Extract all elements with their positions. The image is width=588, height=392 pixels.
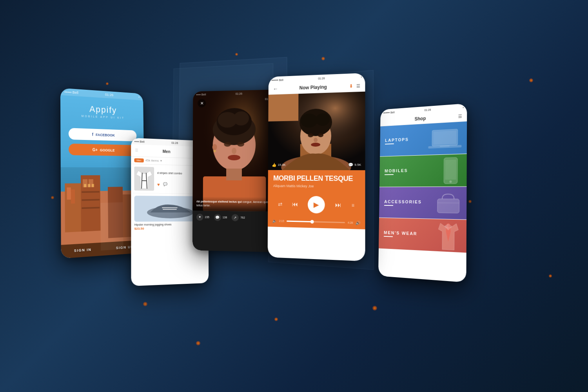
phone1-carrier: Bell [73, 91, 78, 95]
particle [529, 78, 533, 82]
google-icon: G+ [93, 148, 98, 152]
svg-line-63 [437, 203, 459, 203]
shuffle-button[interactable]: ⇄ [278, 201, 283, 207]
comment-icon-2[interactable]: 💬 [214, 214, 221, 221]
phone4-signal: ●●●●● Bell [272, 78, 283, 82]
google-button[interactable]: G+ GOOGLE [69, 143, 137, 156]
artist-name: Aliquam Mattis Mickey Joe [273, 184, 359, 189]
phone-social: ●●●● Bell 01:26 ▪ [192, 90, 277, 252]
phone2-title: Men [163, 149, 171, 154]
filter-tag[interactable]: Men [134, 158, 143, 163]
music-title-section: MORBI PELLEN TESQUE Aliquam Mattis Micke… [268, 170, 365, 194]
portrait-svg [192, 90, 277, 211]
phone1-time: 01:26 [105, 93, 113, 97]
phone4-battery: ▪ [361, 75, 362, 78]
google-label: GOOGLE [100, 148, 115, 152]
heart-icon-3[interactable]: ♥ [196, 214, 203, 221]
chevron-icon: ▾ [160, 159, 162, 163]
particle [196, 341, 200, 345]
next-button[interactable]: ⏭ [335, 201, 341, 209]
category-accessories[interactable]: ACCESSORIES [379, 187, 466, 220]
now-playing-title: Now Playing [299, 84, 327, 91]
shop-menu-icon[interactable]: ☰ [458, 114, 462, 119]
shirt-image [134, 167, 154, 191]
phone3-time: 01:26 [236, 92, 242, 95]
equalizer-button[interactable]: ≡ [352, 203, 354, 208]
phone-shop: ●●●●● Bell 01:26 ▪ Shop ☰ LAPTOPS [378, 103, 467, 283]
progress-bar[interactable] [287, 221, 345, 223]
description-text: rbi pellentesque eleifend lectus qui con… [196, 200, 273, 208]
album-likes: 👍 15.3K [272, 163, 285, 167]
album-art: 👍 15.3K 💬 9.5K [268, 92, 365, 171]
phone2-carrier: Bell [140, 140, 145, 143]
mobiles-underline [385, 174, 394, 175]
svg-rect-41 [226, 169, 242, 180]
comments-count: 9.5K [354, 163, 361, 167]
category-mobiles[interactable]: MOBILES [379, 154, 467, 187]
video-description: rbi pellentesque eleifend lectus qui con… [192, 196, 277, 211]
menswear-illustration [432, 221, 465, 252]
comment-count: 138 [223, 216, 227, 219]
accessories-label: ACCESSORIES [379, 199, 427, 204]
share-count: 762 [240, 216, 245, 219]
artist-label: Aliquam Mattis [273, 184, 296, 188]
prev-button[interactable]: ⏮ [292, 201, 298, 208]
laptops-underline [385, 143, 394, 144]
svg-rect-56 [433, 131, 456, 145]
particle [106, 82, 109, 85]
particle [143, 302, 147, 306]
particle [274, 318, 278, 321]
volume-low-icon: 🔈 [272, 219, 277, 223]
particle [468, 200, 472, 203]
shirt-svg [134, 167, 154, 191]
share-icon[interactable]: ↗ [232, 214, 239, 221]
phone2-time: 01:26 [171, 141, 178, 144]
back-icon[interactable]: ← [273, 86, 278, 92]
time-current: 2:15 [279, 220, 284, 222]
phone-music: ●●●●● Bell 01:26 ▪ ← Now Playing ⬇ ☰ [268, 73, 365, 261]
mobiles-text: MOBILES [379, 168, 413, 175]
chat-icon[interactable]: 💬 [163, 182, 167, 187]
phone3-signal: ●●●● Bell [196, 93, 206, 96]
heart-icon[interactable]: ♥ [157, 182, 160, 187]
phone1-signal: ●●●●● Bell [64, 90, 78, 94]
phone4-time: 01:26 [318, 77, 325, 80]
particle [235, 53, 238, 56]
person-image [93, 212, 116, 245]
download-icon[interactable]: ⬇ [349, 83, 353, 89]
svg-rect-3 [67, 188, 71, 200]
svg-point-36 [232, 148, 236, 154]
time-total: 4:28 [348, 221, 353, 224]
phone5-battery: ▪ [463, 106, 464, 109]
comment-bubble-icon: 💬 [348, 163, 353, 167]
category-laptops[interactable]: LAPTOPS [380, 122, 467, 156]
phone5-carrier: Bell [390, 111, 395, 114]
menu-icon[interactable]: ☰ [356, 83, 360, 88]
accessories-text: ACCESSORIES [379, 199, 427, 206]
phone2-signal: ●●●● Bell [134, 140, 144, 143]
particle [51, 196, 54, 199]
hamburger-icon[interactable]: ☰ [135, 148, 138, 152]
accessories-illustration [434, 191, 463, 215]
song-title: MORBI PELLEN TESQUE [273, 175, 359, 183]
like-count: 235 [205, 216, 210, 218]
svg-rect-11 [84, 184, 86, 187]
laptop-illustration [428, 125, 463, 152]
filter-subtitle: 45k items [145, 159, 159, 163]
phone-illustration [441, 156, 461, 186]
facebook-button[interactable]: f FACEBOOK [69, 128, 137, 141]
svg-point-39 [214, 150, 216, 152]
accessories-underline [384, 205, 393, 205]
play-button[interactable]: ▶ [308, 196, 325, 214]
menswear-text: MEN'S WEAR [379, 230, 423, 238]
mobiles-label: MOBILES [380, 168, 413, 173]
particle [321, 57, 325, 60]
category-menswear[interactable]: MEN'S WEAR [379, 218, 466, 253]
svg-rect-13 [92, 184, 94, 187]
phone3-carrier: Bell [201, 93, 206, 96]
album-label: Mickey Joe [296, 184, 314, 188]
svg-rect-45 [268, 94, 298, 122]
laptops-text: LAPTOPS [380, 136, 414, 144]
particle [372, 306, 377, 310]
like-stat: ♥ 235 [196, 214, 209, 221]
